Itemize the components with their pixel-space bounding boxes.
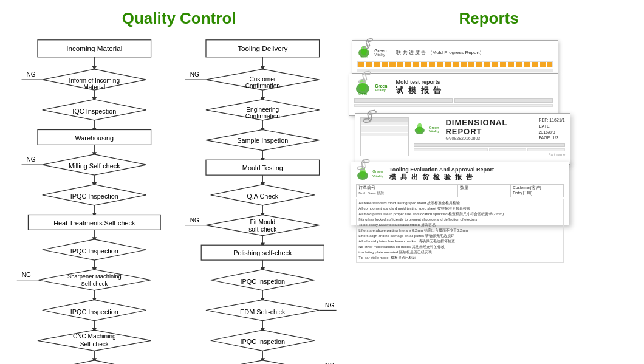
svg-text:Confirmation: Confirmation xyxy=(245,83,280,89)
svg-text:Sample Inspetion: Sample Inspetion xyxy=(237,137,288,144)
report3-date: DATE: 2016/8/3 xyxy=(538,123,565,136)
svg-text:Inform of Incoming: Inform of Incoming xyxy=(69,77,120,84)
report-doc-1: 🖇 Green Green Vitality 联 共 进 度 告 （Mold xyxy=(352,40,558,74)
svg-text:Q.A Check: Q.A Check xyxy=(247,193,279,200)
svg-text:IPQC Inspection: IPQC Inspection xyxy=(70,193,118,200)
svg-text:Engineering: Engineering xyxy=(246,106,279,113)
svg-text:Confirmation: Confirmation xyxy=(245,113,280,120)
svg-text:Green: Green xyxy=(358,92,367,95)
svg-text:NG: NG xyxy=(27,71,36,78)
svg-text:IPQC Inspetion: IPQC Inspetion xyxy=(241,338,286,345)
svg-text:IPQC Inspection: IPQC Inspection xyxy=(70,247,118,255)
svg-text:Incoming Material: Incoming Material xyxy=(66,44,122,52)
quality-control-title: Quality Control xyxy=(12,6,346,28)
svg-text:Self-check: Self-check xyxy=(80,341,109,348)
svg-marker-42 xyxy=(43,360,146,364)
svg-text:NG: NG xyxy=(325,302,334,309)
svg-text:Mould Testing: Mould Testing xyxy=(242,164,283,171)
svg-text:Material: Material xyxy=(83,84,105,91)
flowcharts-container: Incoming Material Inform of Incoming Mat… xyxy=(12,34,346,364)
svg-text:Tooling Delivery: Tooling Delivery xyxy=(238,44,287,52)
report-doc-3: 🖇 xyxy=(355,113,570,165)
svg-text:Fit Mould: Fit Mould xyxy=(250,219,276,225)
svg-text:Customer: Customer xyxy=(250,76,276,83)
svg-text:Warehousing: Warehousing xyxy=(75,134,114,142)
reports-title: Reports xyxy=(346,6,632,28)
report-doc-2: 🖇 Green Green Vitality Mold test repo xyxy=(349,74,558,116)
flowchart-2: Tooling Delivery Customer Confirmation N… xyxy=(180,34,346,364)
reports-area: 🖇 Green Green Vitality 联 共 进 度 告 （Mold xyxy=(346,34,632,364)
svg-text:IQC Inspection: IQC Inspection xyxy=(72,108,116,115)
svg-text:IPQC Inspection: IPQC Inspection xyxy=(70,308,118,315)
svg-text:Heat Treatments Self-check: Heat Treatments Self-check xyxy=(53,219,135,227)
flowchart-1: Incoming Material Inform of Incoming Mat… xyxy=(12,34,177,364)
svg-text:Polishing self-check: Polishing self-check xyxy=(233,249,292,256)
svg-marker-86 xyxy=(206,360,320,364)
reports-section: Reports 🖇 Green Gree xyxy=(346,6,632,364)
svg-text:NG: NG xyxy=(190,71,199,78)
flowchart1-svg: Incoming Material Inform of Incoming Mat… xyxy=(12,34,177,364)
svg-text:EDM Selt-chick: EDM Selt-chick xyxy=(240,308,286,315)
svg-text:Self-check: Self-check xyxy=(81,281,108,287)
svg-text:Green: Green xyxy=(361,55,368,58)
svg-text:NG: NG xyxy=(190,217,199,224)
report-doc-4: 🖇 GreenVitality Tooling Evaluation And A… xyxy=(351,162,569,225)
report3-page: PAGE: 1/3 xyxy=(538,135,565,141)
svg-text:soft-check: soft-check xyxy=(248,226,277,233)
svg-text:CNC Machining: CNC Machining xyxy=(73,333,116,340)
svg-text:Sharpener Machining: Sharpener Machining xyxy=(67,273,122,280)
svg-text:IPQC Inspetion: IPQC Inspetion xyxy=(241,278,286,285)
svg-text:NG: NG xyxy=(27,156,36,163)
report3-ref: REF: 11621/1 xyxy=(538,117,565,123)
svg-text:Milling Self-check: Milling Self-check xyxy=(69,162,120,170)
logo-3 xyxy=(414,123,426,136)
flowchart2-svg: Tooling Delivery Customer Confirmation N… xyxy=(180,34,346,364)
report-stack: 🖇 Green Green Vitality 联 共 进 度 告 （Mold xyxy=(346,40,632,228)
svg-text:NG: NG xyxy=(22,272,31,278)
svg-point-97 xyxy=(417,123,423,132)
quality-control-section: Quality Control Incoming Material xyxy=(12,6,346,364)
